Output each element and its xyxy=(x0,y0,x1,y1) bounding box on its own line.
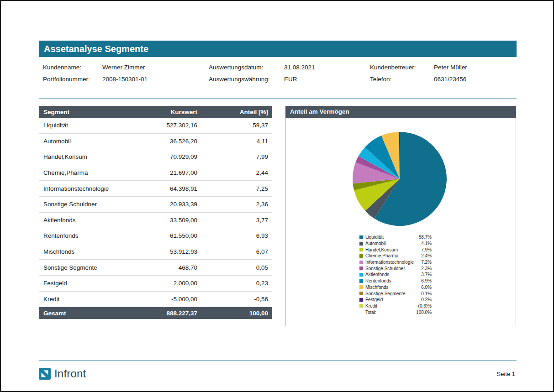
table-row: Liquidität527.302,1659,37 xyxy=(39,118,272,134)
total-label: Gesamt xyxy=(39,310,130,317)
anteil-value: 3,77 xyxy=(201,217,272,224)
legend-swatch xyxy=(359,235,363,239)
legend-item: Sonstige Schuldner2.3% xyxy=(359,265,432,272)
segment-name: Festgeld xyxy=(39,280,130,287)
column-header-anteil: Anteil [%] xyxy=(201,109,272,115)
legend-total-row: Total:100.0% xyxy=(359,309,432,315)
anteil-value: 0,23 xyxy=(201,280,272,287)
segment-name: Mischfonds xyxy=(39,248,130,255)
table-row: Sonstige Schuldner20.933,392,36 xyxy=(39,197,272,213)
chart-panel: Anteil am Vermögen Liquidität58.7%Automo… xyxy=(285,106,516,326)
legend-swatch xyxy=(359,248,363,251)
page-title: Assetanalyse Segmente xyxy=(39,41,517,57)
brand-name: Infront xyxy=(54,367,86,380)
table-row: Automobil36.526,204,11 xyxy=(39,134,272,150)
total-kurswert: 888.227,37 xyxy=(130,310,201,317)
legend-swatch xyxy=(359,273,363,277)
chart-panel-body: Liquidität58.7%Automobil4.1%Handel,Konsu… xyxy=(285,118,516,326)
anteil-value: 6,93 xyxy=(201,232,272,239)
segment-name: Aktienfonds xyxy=(39,217,130,224)
legend-label: Chemie,Pharma xyxy=(365,253,398,258)
legend-label: Sonstige Schuldner xyxy=(365,266,405,271)
legend-item: Chemie,Pharma2.4% xyxy=(359,253,432,259)
report-page: Assetanalyse Segmente Kundenname: Werner… xyxy=(0,0,554,392)
legend-item: Liquidität58.7% xyxy=(359,234,432,240)
kurswert-value: 33.509,00 xyxy=(130,217,201,224)
legend-label: Handel,Konsum xyxy=(365,247,398,252)
info-value-auswertungsdatum: 31.08.2021 xyxy=(284,63,370,72)
kurswert-value: 527.302,16 xyxy=(130,122,201,129)
legend-swatch xyxy=(359,267,363,270)
customer-info: Kundenname: Werner Zimmer Auswertungsdat… xyxy=(39,57,517,84)
legend-pct: 2.3% xyxy=(421,266,432,271)
legend-item: Kredit(0.6)% xyxy=(359,303,432,309)
legend-label: Liquidität xyxy=(365,235,384,240)
column-header-kurswert: Kurswert xyxy=(130,109,201,115)
info-label-waehrung: Auswertungswährung: xyxy=(209,75,284,84)
anteil-value: 2,44 xyxy=(201,169,272,176)
anteil-value: 6,07 xyxy=(201,248,272,255)
info-value-portfolionummer: 2008-150301-01 xyxy=(102,75,209,84)
legend-label: Mischfonds xyxy=(365,285,389,290)
legend-swatch xyxy=(359,261,363,264)
pie-chart xyxy=(352,131,448,227)
legend-pct: 2.4% xyxy=(421,253,432,258)
info-label-kundenbetreuer: Kundenbetreuer: xyxy=(370,63,434,72)
legend-swatch xyxy=(359,285,363,289)
legend-pct: 0.1% xyxy=(421,291,432,296)
legend-pct: 7.9% xyxy=(421,247,432,252)
segment-name: Liquidität xyxy=(39,122,130,129)
legend-pct: 3.7% xyxy=(421,272,432,277)
info-value-waehrung: EUR xyxy=(284,75,370,84)
kurswert-value: 21.697,00 xyxy=(130,169,201,176)
segment-name: Automobil xyxy=(39,138,130,145)
kurswert-value: 61.550,00 xyxy=(130,232,201,239)
page-number: Seite 1 xyxy=(497,371,517,377)
table-row: Chemie,Pharma21.697,002,44 xyxy=(39,165,272,181)
kurswert-value: 2.000,00 xyxy=(130,280,201,287)
legend-pct: 6.0% xyxy=(421,285,432,290)
legend-label: Kredit xyxy=(365,303,377,308)
legend-pct: 58.7% xyxy=(419,235,432,240)
legend-label: Festgeld xyxy=(365,297,383,302)
info-value-telefon: 0631/23456 xyxy=(434,75,517,84)
legend-item: Rentenfonds6.9% xyxy=(359,278,432,284)
segment-table: Segment Kurswert Anteil [%] Liquidität52… xyxy=(39,106,272,326)
kurswert-value: 36.526,20 xyxy=(130,138,201,145)
legend-item: Automobil4.1% xyxy=(359,240,432,247)
legend-swatch xyxy=(359,298,363,302)
legend-label: Sonstige Segmente xyxy=(365,291,405,296)
header-divider xyxy=(39,98,517,99)
legend-label: Automobil xyxy=(365,241,385,246)
info-label-kundenname: Kundenname: xyxy=(43,63,102,72)
info-value-kundenname: Werner Zimmer xyxy=(102,63,209,72)
legend-pct: 0.2% xyxy=(421,297,432,302)
segment-name: Informationstechnologie xyxy=(39,185,130,192)
legend-item: Sonstige Segmente0.1% xyxy=(359,290,432,297)
legend-label: Aktienfonds xyxy=(365,272,389,277)
table-row: Aktienfonds33.509,003,77 xyxy=(39,213,272,229)
legend-swatch xyxy=(359,292,363,295)
segment-name: Sonstige Schuldner xyxy=(39,201,130,208)
table-total-row: Gesamt 888.227,37 100,00 xyxy=(39,307,272,319)
legend-label: Informationstechnologie xyxy=(365,260,414,265)
anteil-value: 4,11 xyxy=(201,138,272,145)
segment-name: Handel,Konsum xyxy=(39,153,130,160)
kurswert-value: 53.912,93 xyxy=(130,248,201,255)
legend-item: Festgeld0.2% xyxy=(359,297,432,303)
legend-swatch xyxy=(359,242,363,246)
kurswert-value: 468,70 xyxy=(130,264,201,271)
table-row: Kredit-5.000,00-0,56 xyxy=(39,292,272,308)
segment-name: Kredit xyxy=(39,296,130,303)
legend-item: Mischfonds6.0% xyxy=(359,284,432,291)
legend-pct: 7.2% xyxy=(421,260,432,265)
legend-total-pct: 100.0% xyxy=(416,310,432,315)
anteil-value: 7,99 xyxy=(201,153,272,160)
legend-pct: 6.9% xyxy=(421,278,432,283)
segment-name: Rentenfonds xyxy=(39,232,130,239)
legend-item: Aktienfonds3.7% xyxy=(359,272,432,278)
kurswert-value: 64.398,91 xyxy=(130,185,201,192)
legend-total-label: Total: xyxy=(365,310,376,315)
table-row: Rentenfonds61.550,006,93 xyxy=(39,228,272,244)
chart-legend: Liquidität58.7%Automobil4.1%Handel,Konsu… xyxy=(359,234,432,315)
